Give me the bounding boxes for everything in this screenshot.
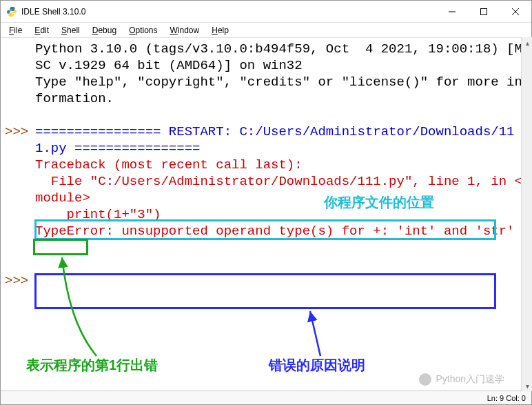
titlebar: IDLE Shell 3.10.0 <box>1 1 531 23</box>
cursor-position: Ln: 9 Col: 0 <box>487 394 526 402</box>
window-frame: IDLE Shell 3.10.0 File Edit Shell Debug … <box>0 0 532 405</box>
wechat-icon <box>419 373 431 386</box>
restart-line: ================ RESTART: C:/Users/Admin… <box>35 124 515 156</box>
traceback-file: File "C:/Users/Administrator/Downloads/1… <box>35 174 522 206</box>
watermark-text: Python入门速学 <box>436 373 504 386</box>
svg-rect-2 <box>481 8 487 14</box>
svg-point-0 <box>10 7 10 8</box>
menu-options[interactable]: Options <box>123 24 163 37</box>
watermark: Python入门速学 <box>419 373 504 386</box>
menu-debug[interactable]: Debug <box>87 24 122 37</box>
banner-line1: Python 3.10.0 (tags/v3.10.0:b494f59, Oct… <box>35 41 522 73</box>
prompt-gutter: >>> >>> <box>5 41 35 388</box>
menubar: File Edit Shell Debug Options Window Hel… <box>1 23 531 38</box>
traceback-error: TypeError: unsupported operand type(s) f… <box>35 224 515 239</box>
vertical-scrollbar[interactable]: ▴ ▾ <box>521 37 532 391</box>
titlebar-left: IDLE Shell 3.10.0 <box>6 6 85 17</box>
minimize-icon <box>449 8 456 15</box>
close-icon <box>512 8 519 15</box>
menu-help[interactable]: Help <box>206 24 234 37</box>
menu-window[interactable]: Window <box>165 24 205 37</box>
scroll-up-icon[interactable]: ▴ <box>522 37 532 48</box>
menu-shell[interactable]: Shell <box>56 24 85 37</box>
menu-file[interactable]: File <box>3 24 28 37</box>
svg-point-1 <box>12 14 13 15</box>
minimize-button[interactable] <box>436 1 468 23</box>
statusbar: Ln: 9 Col: 0 <box>1 391 531 404</box>
window-title: IDLE Shell 3.10.0 <box>21 7 85 17</box>
maximize-button[interactable] <box>468 1 500 23</box>
traceback-code: print(1+"3") <box>35 207 161 222</box>
python-icon <box>6 6 17 17</box>
maximize-icon <box>480 8 487 15</box>
shell-content[interactable]: >>> >>> Python 3.10.0 (tags/v3.10.0:b494… <box>1 38 531 391</box>
close-button[interactable] <box>500 1 531 23</box>
banner-line2: Type "help", "copyright", "credits" or "… <box>35 75 522 106</box>
titlebar-controls <box>436 1 531 23</box>
traceback-header: Traceback (most recent call last): <box>35 157 303 172</box>
shell-text[interactable]: Python 3.10.0 (tags/v3.10.0:b494f59, Oct… <box>35 41 527 388</box>
menu-edit[interactable]: Edit <box>29 24 54 37</box>
scroll-down-icon[interactable]: ▾ <box>522 380 532 391</box>
